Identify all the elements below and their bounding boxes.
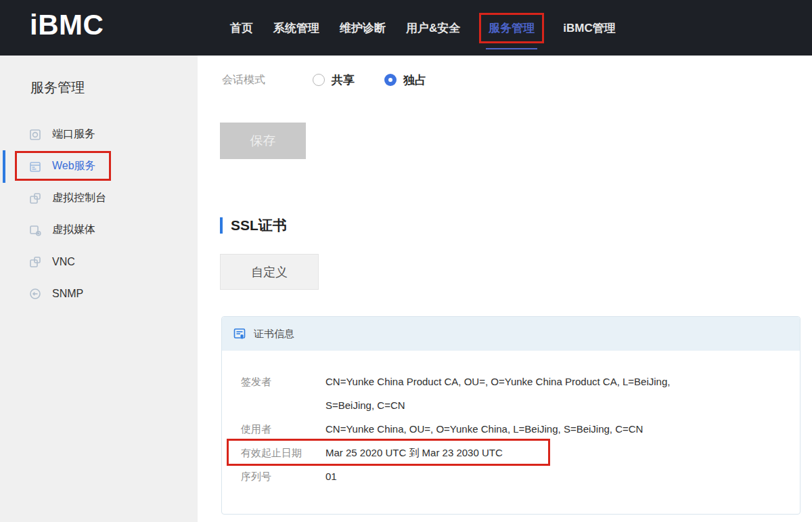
nav-item-maintenance-diagnosis[interactable]: 维护诊断 — [338, 0, 387, 56]
sidebar-items: 端口服务 Web服务 虚拟控制台 虚拟媒体 VNC — [0, 118, 198, 309]
radio-dot — [388, 78, 392, 82]
sidebar-item-label: VNC — [52, 256, 75, 268]
vnc-icon — [28, 255, 42, 269]
sidebar-item-label: 虚拟控制台 — [52, 191, 106, 205]
cert-row-value: CN=Yunke China Product CA, OU=, O=Yunke … — [325, 370, 721, 417]
ssl-section-title: SSL证书 — [231, 216, 287, 235]
top-bar: iBMC 首页 系统管理 维护诊断 用户&安全 服务管理 iBMC管理 — [0, 0, 812, 56]
save-button[interactable]: 保存 — [220, 123, 306, 159]
nav-label: 系统管理 — [272, 15, 321, 41]
radio-shared-label: 共享 — [332, 72, 355, 88]
certificate-panel-header: 证书信息 — [222, 317, 800, 351]
nav-item-ibmc-management[interactable]: iBMC管理 — [562, 0, 616, 56]
sidebar-item-snmp[interactable]: SNMP — [0, 278, 198, 309]
radio-exclusive-label: 独占 — [403, 72, 426, 88]
certificate-icon — [233, 327, 246, 341]
sidebar-item-virtual-media[interactable]: 虚拟媒体 — [0, 214, 198, 246]
cert-row-value: 01 — [325, 464, 337, 488]
radio-shared[interactable] — [313, 74, 325, 86]
nav-item-home[interactable]: 首页 — [229, 0, 254, 56]
top-nav: 首页 系统管理 维护诊断 用户&安全 服务管理 iBMC管理 — [229, 0, 617, 56]
session-mode-row: 会话模式 共享 独占 — [222, 70, 456, 89]
nav-label: 维护诊断 — [338, 15, 387, 41]
certificate-panel-body: 签发者 CN=Yunke China Product CA, OU=, O=Yu… — [222, 351, 800, 488]
sidebar-item-web-service[interactable]: Web服务 — [0, 150, 198, 182]
sidebar-item-port-service[interactable]: 端口服务 — [0, 118, 198, 150]
cert-row-validity: 有效起止日期 Mar 25 2020 UTC 到 Mar 23 2030 UTC — [241, 441, 800, 464]
sidebar-item-vnc[interactable]: VNC — [0, 246, 198, 278]
sidebar-item-label: SNMP — [52, 288, 83, 300]
certificate-info-panel: 证书信息 签发者 CN=Yunke China Product CA, OU=,… — [221, 316, 800, 515]
cert-row-issuer: 签发者 CN=Yunke China Product CA, OU=, O=Yu… — [241, 370, 800, 417]
selected-indicator-bar — [3, 150, 5, 183]
nav-item-user-security[interactable]: 用户&安全 — [405, 0, 461, 56]
sidebar: 服务管理 端口服务 Web服务 虚拟控制台 虚拟媒体 — [0, 56, 198, 522]
customize-button[interactable]: 自定义 — [220, 254, 319, 290]
sidebar-item-label: Web服务 — [52, 159, 96, 173]
cert-row-label: 签发者 — [241, 370, 325, 417]
ibmc-logo: iBMC — [30, 9, 104, 41]
cert-row-serial: 序列号 01 — [241, 464, 800, 488]
cert-row-value: Mar 25 2020 UTC 到 Mar 23 2030 UTC — [325, 441, 503, 464]
cert-row-value: CN=Yunke China, OU=, O=Yunke China, L=Be… — [325, 417, 643, 441]
annotation-box-nav: 服务管理 — [479, 13, 544, 43]
cert-row-label: 使用者 — [241, 417, 325, 441]
main-content: 会话模式 共享 独占 保存 SSL证书 自定义 证书信息 签发者 CN=Yunk… — [198, 56, 812, 522]
section-accent-bar — [220, 217, 223, 234]
nav-label: 用户&安全 — [405, 15, 461, 41]
snmp-icon — [28, 287, 42, 301]
cert-row-label: 序列号 — [241, 464, 325, 488]
nav-label: iBMC管理 — [562, 15, 616, 41]
nav-item-service-management[interactable]: 服务管理 — [479, 0, 544, 56]
ssl-section-header: SSL证书 — [220, 216, 287, 235]
nav-item-system-management[interactable]: 系统管理 — [272, 0, 321, 56]
sidebar-item-virtual-console[interactable]: 虚拟控制台 — [0, 182, 198, 214]
sidebar-title: 服务管理 — [30, 79, 198, 97]
sidebar-item-label: 虚拟媒体 — [52, 223, 95, 237]
certificate-panel-title: 证书信息 — [254, 328, 294, 341]
session-mode-label: 会话模式 — [222, 73, 313, 87]
cert-row-subject: 使用者 CN=Yunke China, OU=, O=Yunke China, … — [241, 417, 800, 441]
virtual-console-icon — [28, 192, 42, 205]
sidebar-item-label: 端口服务 — [52, 127, 95, 142]
nav-label: 首页 — [229, 15, 254, 41]
radio-exclusive[interactable] — [384, 74, 397, 86]
cert-row-label: 有效起止日期 — [241, 441, 325, 464]
virtual-media-icon — [28, 223, 42, 237]
web-service-icon — [28, 160, 42, 173]
port-service-icon — [28, 128, 42, 142]
